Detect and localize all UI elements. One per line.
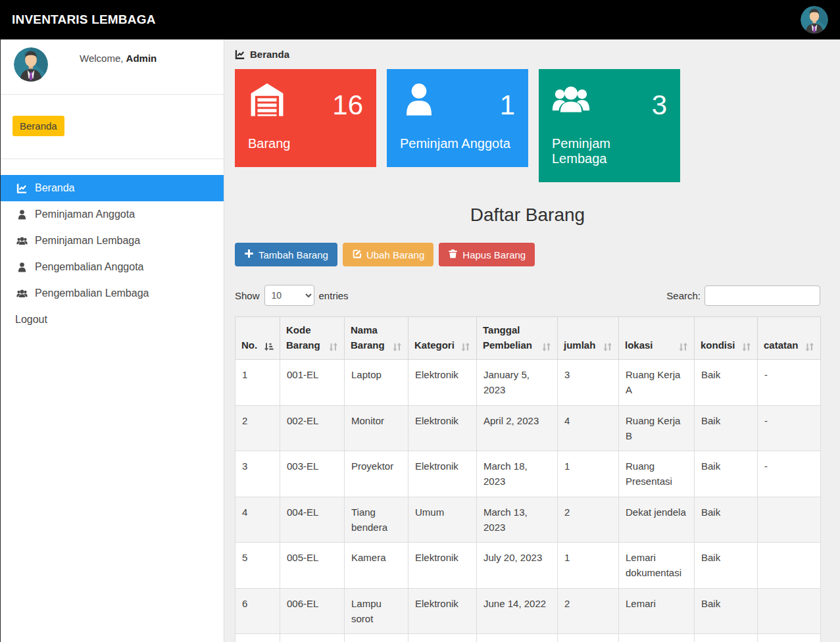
cell-jumlah: 2 xyxy=(558,497,619,543)
column-header-nama-barang[interactable]: Nama Barang xyxy=(345,317,408,360)
cell-nama-barang: Proyektor xyxy=(345,451,408,497)
table-body: 1 001-EL Laptop Elektronik January 5, 20… xyxy=(235,360,821,642)
sort-icon xyxy=(460,341,470,351)
users-icon xyxy=(16,235,28,247)
add-item-button[interactable]: Tambah Barang xyxy=(235,243,337,266)
cell-catatan: - xyxy=(758,360,821,406)
show-label: Show xyxy=(235,290,260,301)
cell-jumlah: 1 xyxy=(558,451,619,497)
cell-lokasi: Lemari dokumentasi xyxy=(619,543,695,589)
cell-tanggal-pembelian: March 18, 2023 xyxy=(477,451,558,497)
cell-tanggal-pembelian: April 2, 2023 xyxy=(477,405,558,451)
sidebar-badge-section: Beranda xyxy=(1,95,224,159)
cell-jumlah: 1 xyxy=(558,543,619,589)
table-row[interactable]: 2 002-EL Monitor Elektronik April 2, 202… xyxy=(235,405,821,451)
welcome-text: Welcome, Admin xyxy=(80,53,157,85)
user-icon xyxy=(16,262,28,273)
card-top: 1 xyxy=(400,81,515,119)
card-value: 16 xyxy=(332,91,363,119)
table-row[interactable]: 3 003-EL Proyektor Elektronik March 18, … xyxy=(235,451,821,497)
edit-item-button[interactable]: Ubah Barang xyxy=(343,243,433,266)
cell-no: 5 xyxy=(235,543,280,589)
sidebar-item-pengembalian-lembaga[interactable]: Pengembalian Lembaga xyxy=(1,280,224,307)
table-row[interactable]: 1 001-EL Laptop Elektronik January 5, 20… xyxy=(235,360,821,406)
sidebar-item-label: Peminjaman Lembaga xyxy=(35,235,140,247)
card-top: 3 xyxy=(552,81,667,119)
sidebar: Welcome, Admin Beranda Beranda Peminjama… xyxy=(0,39,224,642)
card-value: 1 xyxy=(500,91,515,119)
sidebar-item-peminjaman-lembaga[interactable]: Peminjaman Lembaga xyxy=(1,228,224,254)
sidebar-item-label: Logout xyxy=(15,314,47,326)
main-content: Beranda 16 Barang 1 Peminjam Anggota xyxy=(224,39,840,642)
cell-catatan xyxy=(758,634,821,642)
users-icon xyxy=(16,288,28,299)
cell-kondisi: Baik xyxy=(695,451,758,497)
sort-icon xyxy=(328,341,338,351)
cell-tanggal-pembelian: July 30, 2022 xyxy=(477,634,558,642)
button-label: Hapus Barang xyxy=(462,249,526,260)
cell-jumlah: 2 xyxy=(558,588,619,634)
breadcrumb[interactable]: Beranda xyxy=(235,49,289,60)
card-top: 16 xyxy=(248,81,363,119)
button-label: Ubah Barang xyxy=(366,249,424,260)
sidebar-item-label: Beranda xyxy=(35,182,75,194)
cell-kondisi: Baik xyxy=(695,405,758,451)
cell-nama-barang: Kain hitam xyxy=(345,634,408,642)
cell-catatan xyxy=(758,588,821,634)
cell-tanggal-pembelian: June 14, 2022 xyxy=(477,588,558,634)
cell-kondisi: Baik xyxy=(695,634,758,642)
sort-icon xyxy=(678,341,688,351)
sidebar-item-pengembalian-anggota[interactable]: Pengembalian Anggota xyxy=(1,254,224,280)
cell-jumlah: 4 xyxy=(558,405,619,451)
sidebar-item-logout[interactable]: Logout xyxy=(1,307,224,333)
table-row[interactable]: 6 006-EL Lampu sorot Elektronik June 14,… xyxy=(235,588,821,634)
cell-kode-barang: 005-EL xyxy=(280,543,345,589)
cell-lokasi: Ruang Presentasi xyxy=(619,451,695,497)
column-header-catatan[interactable]: catatan xyxy=(758,317,821,360)
column-header-lokasi[interactable]: lokasi xyxy=(619,317,695,360)
sidebar-item-beranda[interactable]: Beranda xyxy=(1,175,224,201)
navbar-avatar[interactable] xyxy=(801,6,828,34)
cell-tanggal-pembelian: January 5, 2023 xyxy=(477,360,558,406)
column-header-jumlah[interactable]: jumlah xyxy=(558,317,619,360)
cell-lokasi: Lemari xyxy=(619,634,695,642)
cell-jumlah: 1 xyxy=(558,634,619,642)
cell-kode-barang: 002-EL xyxy=(280,405,345,451)
sidebar-item-label: Peminjaman Anggota xyxy=(35,209,135,220)
cell-nama-barang: Laptop xyxy=(345,360,408,406)
beranda-badge[interactable]: Beranda xyxy=(12,116,64,136)
cell-no: 6 xyxy=(235,588,280,634)
cell-kondisi: Baik xyxy=(695,588,758,634)
column-header-no[interactable]: No. xyxy=(235,317,280,360)
trash-icon xyxy=(448,249,458,260)
column-header-kode-barang[interactable]: Kode Barang xyxy=(280,317,345,360)
column-header-kategori[interactable]: Kategori xyxy=(408,317,477,360)
delete-item-button[interactable]: Hapus Barang xyxy=(439,243,535,266)
table-header: No. Kode Barang Nama Barang Kategori Tan… xyxy=(235,317,821,360)
edit-icon xyxy=(352,249,362,260)
search-input[interactable] xyxy=(704,285,820,306)
stat-card-peminjam-lembaga: 3 Peminjam Lembaga xyxy=(539,69,680,182)
table-row[interactable]: 4 004-EL Tiang bendera Umum March 13, 20… xyxy=(235,497,821,543)
column-header-tanggal-pembelian[interactable]: Tanggal Pembelian xyxy=(477,317,558,360)
sort-icon xyxy=(541,341,551,351)
column-header-kondisi[interactable]: kondisi xyxy=(695,317,758,360)
table-row[interactable]: 5 005-EL Kamera Elektronik July 20, 2023… xyxy=(235,543,821,589)
table-area: Daftar Barang Tambah Barang Ubah Barang … xyxy=(235,205,820,642)
cell-no: 4 xyxy=(235,497,280,543)
cell-kondisi: Baik xyxy=(695,360,758,406)
page-length-select[interactable]: 10 xyxy=(264,285,314,306)
cell-kode-barang: 006-EL xyxy=(280,588,345,634)
sidebar-profile: Welcome, Admin xyxy=(1,39,224,95)
cell-kategori: Elektronik xyxy=(408,588,477,634)
sort-icon xyxy=(603,341,612,351)
cell-kategori: Elektronik xyxy=(408,360,477,406)
cell-no: 3 xyxy=(235,451,280,497)
sidebar-item-peminjaman-anggota[interactable]: Peminjaman Anggota xyxy=(1,201,224,228)
cell-catatan: - xyxy=(758,405,821,451)
cell-tanggal-pembelian: July 20, 2023 xyxy=(477,543,558,589)
sort-icon xyxy=(741,341,751,351)
table-row[interactable]: 7 007-UM Kain hitam Umum July 30, 2022 1… xyxy=(235,634,821,642)
sidebar-nav: Beranda Peminjaman Anggota Peminjaman Le… xyxy=(1,175,224,333)
cell-nama-barang: Kamera xyxy=(345,543,408,589)
